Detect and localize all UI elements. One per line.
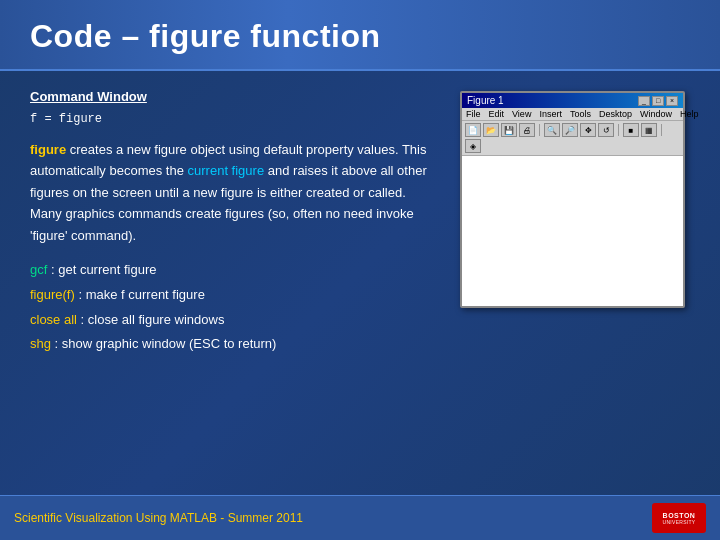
- figure-title-text: Figure 1: [467, 95, 504, 106]
- tb-zoom-out[interactable]: 🔎: [562, 123, 578, 137]
- separator3: [661, 124, 662, 136]
- command-line: f = figure: [30, 110, 440, 129]
- boston-university-logo: BOSTON UNIVERSITY: [652, 503, 706, 533]
- menu-desktop[interactable]: Desktop: [599, 109, 632, 119]
- description-text: figure creates a new figure object using…: [30, 139, 440, 246]
- commands-list: gcf : get current figure figure(f) : mak…: [30, 258, 440, 357]
- left-panel: Command Window f = figure figure creates…: [30, 87, 440, 357]
- boston-text: BOSTON: [663, 512, 696, 519]
- university-text: UNIVERSITY: [662, 519, 695, 525]
- separator1: [539, 124, 540, 136]
- cmd-gcf-desc: : get current figure: [51, 262, 157, 277]
- command-figure-f: figure(f) : make f current figure: [30, 283, 440, 308]
- content-area: Command Window f = figure figure creates…: [0, 71, 720, 357]
- figure-controls: _ □ ×: [638, 96, 678, 106]
- tb-open[interactable]: 📂: [483, 123, 499, 137]
- command-gcf: gcf : get current figure: [30, 258, 440, 283]
- figure-menubar: File Edit View Insert Tools Desktop Wind…: [462, 108, 683, 121]
- cmd-figure-code: figure(f): [30, 287, 75, 302]
- figure-toolbar: 📄 📂 💾 🖨 🔍 🔎 ✥ ↺ ■ ▦ ◈: [462, 121, 683, 156]
- tb-zoom-in[interactable]: 🔍: [544, 123, 560, 137]
- figure-canvas: [462, 156, 683, 306]
- menu-help[interactable]: Help: [680, 109, 699, 119]
- figure-window: Figure 1 _ □ × File Edit View Insert Too…: [460, 91, 685, 308]
- tb-rotate[interactable]: ↺: [598, 123, 614, 137]
- footer: Scientific Visualization Using MATLAB - …: [0, 495, 720, 540]
- separator2: [618, 124, 619, 136]
- menu-insert[interactable]: Insert: [539, 109, 562, 119]
- tb-colorbar[interactable]: ▦: [641, 123, 657, 137]
- figure-titlebar: Figure 1 _ □ ×: [462, 93, 683, 108]
- title-bar: Code – figure function: [0, 0, 720, 71]
- slide: Code – figure function Command Window f …: [0, 0, 720, 540]
- menu-window[interactable]: Window: [640, 109, 672, 119]
- command-shg: shg : show graphic window (ESC to return…: [30, 332, 440, 357]
- slide-title: Code – figure function: [30, 18, 690, 55]
- cmd-close-code: close all: [30, 312, 77, 327]
- menu-edit[interactable]: Edit: [489, 109, 505, 119]
- footer-text: Scientific Visualization Using MATLAB - …: [14, 511, 303, 525]
- tb-new[interactable]: 📄: [465, 123, 481, 137]
- maximize-button[interactable]: □: [652, 96, 664, 106]
- tb-colormap[interactable]: ■: [623, 123, 639, 137]
- command-window-label: Command Window: [30, 87, 440, 108]
- tb-brush[interactable]: ◈: [465, 139, 481, 153]
- right-panel: Figure 1 _ □ × File Edit View Insert Too…: [460, 91, 690, 357]
- highlight-figure-word: figure: [30, 142, 66, 157]
- command-close-all: close all : close all figure windows: [30, 308, 440, 333]
- cmd-shg-desc: : show graphic window (ESC to return): [55, 336, 277, 351]
- tb-pan[interactable]: ✥: [580, 123, 596, 137]
- cmd-figure-desc: : make f current figure: [78, 287, 204, 302]
- cmd-gcf-code: gcf: [30, 262, 47, 277]
- menu-file[interactable]: File: [466, 109, 481, 119]
- menu-tools[interactable]: Tools: [570, 109, 591, 119]
- highlight-current: current figure: [188, 163, 265, 178]
- close-button[interactable]: ×: [666, 96, 678, 106]
- cmd-close-desc: : close all figure windows: [81, 312, 225, 327]
- cmd-shg-code: shg: [30, 336, 51, 351]
- tb-print[interactable]: 🖨: [519, 123, 535, 137]
- tb-save[interactable]: 💾: [501, 123, 517, 137]
- minimize-button[interactable]: _: [638, 96, 650, 106]
- menu-view[interactable]: View: [512, 109, 531, 119]
